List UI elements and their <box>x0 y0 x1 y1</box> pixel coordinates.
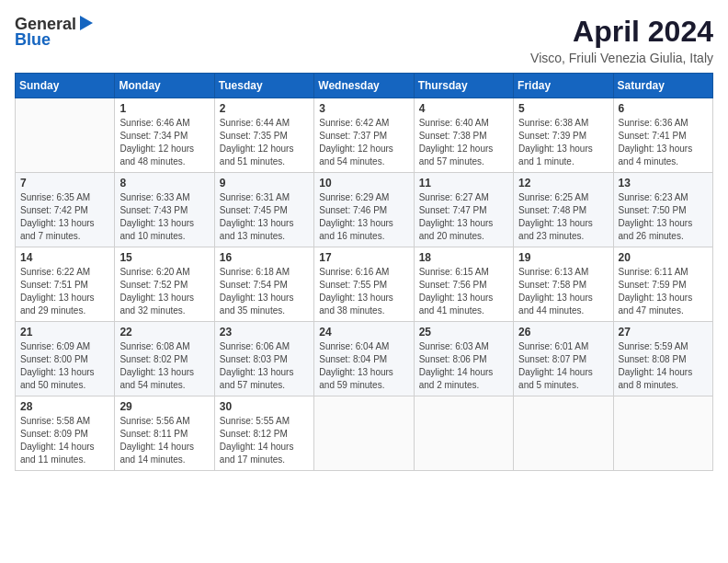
cell-date: 23 <box>220 326 309 339</box>
table-row: 11Sunrise: 6:27 AMSunset: 7:47 PMDayligh… <box>414 173 513 247</box>
cell-date: 30 <box>220 400 309 413</box>
table-row: 30Sunrise: 5:55 AMSunset: 8:12 PMDayligh… <box>214 396 313 471</box>
cell-date: 19 <box>518 251 608 264</box>
cell-info: Sunrise: 6:16 AMSunset: 7:55 PMDaylight:… <box>319 266 408 317</box>
col-friday: Friday <box>514 74 613 98</box>
calendar-table: Sunday Monday Tuesday Wednesday Thursday… <box>15 73 713 471</box>
calendar-week-row: 28Sunrise: 5:58 AMSunset: 8:09 PMDayligh… <box>16 396 713 471</box>
cell-date: 21 <box>20 326 109 339</box>
table-row: 20Sunrise: 6:11 AMSunset: 7:59 PMDayligh… <box>613 247 712 322</box>
table-row <box>514 396 613 471</box>
cell-info: Sunrise: 6:18 AMSunset: 7:54 PMDaylight:… <box>220 266 309 317</box>
page-container: General Blue April 2024 Visco, Friuli Ve… <box>15 15 713 471</box>
cell-info: Sunrise: 6:25 AMSunset: 7:48 PMDaylight:… <box>518 191 608 243</box>
cell-date: 28 <box>20 400 109 413</box>
cell-date: 1 <box>119 102 209 115</box>
cell-info: Sunrise: 6:03 AMSunset: 8:06 PMDaylight:… <box>419 340 508 392</box>
cell-info: Sunrise: 6:44 AMSunset: 7:35 PMDaylight:… <box>220 117 309 168</box>
table-row: 17Sunrise: 6:16 AMSunset: 7:55 PMDayligh… <box>314 247 414 322</box>
cell-info: Sunrise: 6:33 AMSunset: 7:43 PMDaylight:… <box>119 191 209 243</box>
cell-info: Sunrise: 6:20 AMSunset: 7:52 PMDaylight:… <box>119 266 209 317</box>
cell-date: 18 <box>419 251 508 264</box>
table-row: 19Sunrise: 6:13 AMSunset: 7:58 PMDayligh… <box>514 247 613 322</box>
cell-info: Sunrise: 6:40 AMSunset: 7:38 PMDaylight:… <box>419 117 508 168</box>
cell-info: Sunrise: 6:42 AMSunset: 7:37 PMDaylight:… <box>319 117 408 168</box>
table-row: 6Sunrise: 6:36 AMSunset: 7:41 PMDaylight… <box>613 98 712 173</box>
table-row: 22Sunrise: 6:08 AMSunset: 8:02 PMDayligh… <box>115 322 214 396</box>
table-row: 27Sunrise: 5:59 AMSunset: 8:08 PMDayligh… <box>613 322 712 396</box>
cell-date: 13 <box>619 177 708 190</box>
table-row <box>314 396 414 471</box>
col-sunday: Sunday <box>16 74 115 98</box>
table-row: 14Sunrise: 6:22 AMSunset: 7:51 PMDayligh… <box>16 247 115 322</box>
cell-date: 27 <box>619 326 708 339</box>
cell-date: 6 <box>619 102 708 115</box>
cell-info: Sunrise: 5:56 AMSunset: 8:11 PMDaylight:… <box>119 415 209 466</box>
cell-info: Sunrise: 6:22 AMSunset: 7:51 PMDaylight:… <box>20 266 109 317</box>
calendar-header-row: Sunday Monday Tuesday Wednesday Thursday… <box>16 74 713 98</box>
table-row <box>613 396 712 471</box>
cell-date: 11 <box>419 177 508 190</box>
table-row: 21Sunrise: 6:09 AMSunset: 8:00 PMDayligh… <box>16 322 115 396</box>
cell-info: Sunrise: 6:31 AMSunset: 7:45 PMDaylight:… <box>220 191 309 243</box>
cell-date: 12 <box>518 177 608 190</box>
table-row: 18Sunrise: 6:15 AMSunset: 7:56 PMDayligh… <box>414 247 513 322</box>
cell-date: 17 <box>319 251 408 264</box>
page-subtitle: Visco, Friuli Venezia Giulia, Italy <box>530 51 713 65</box>
table-row: 4Sunrise: 6:40 AMSunset: 7:38 PMDaylight… <box>414 98 513 173</box>
table-row: 25Sunrise: 6:03 AMSunset: 8:06 PMDayligh… <box>414 322 513 396</box>
cell-date: 29 <box>119 400 209 413</box>
cell-date: 10 <box>319 177 408 190</box>
cell-date: 2 <box>220 102 309 115</box>
table-row <box>414 396 513 471</box>
cell-date: 4 <box>419 102 508 115</box>
table-row: 3Sunrise: 6:42 AMSunset: 7:37 PMDaylight… <box>314 98 414 173</box>
cell-date: 8 <box>119 177 209 190</box>
cell-date: 9 <box>220 177 309 190</box>
cell-date: 24 <box>319 326 408 339</box>
col-thursday: Thursday <box>414 74 513 98</box>
table-row: 1Sunrise: 6:46 AMSunset: 7:34 PMDaylight… <box>115 98 214 173</box>
logo-arrow-icon <box>78 16 95 34</box>
table-row <box>16 98 115 173</box>
cell-info: Sunrise: 6:23 AMSunset: 7:50 PMDaylight:… <box>619 191 708 243</box>
cell-info: Sunrise: 6:46 AMSunset: 7:34 PMDaylight:… <box>119 117 209 168</box>
cell-date: 25 <box>419 326 508 339</box>
cell-info: Sunrise: 6:11 AMSunset: 7:59 PMDaylight:… <box>619 266 708 317</box>
logo: General Blue <box>15 15 95 50</box>
calendar-week-row: 21Sunrise: 6:09 AMSunset: 8:00 PMDayligh… <box>16 322 713 396</box>
cell-info: Sunrise: 6:06 AMSunset: 8:03 PMDaylight:… <box>220 340 309 392</box>
col-tuesday: Tuesday <box>214 74 313 98</box>
table-row: 2Sunrise: 6:44 AMSunset: 7:35 PMDaylight… <box>214 98 313 173</box>
table-row: 8Sunrise: 6:33 AMSunset: 7:43 PMDaylight… <box>115 173 214 247</box>
cell-date: 22 <box>119 326 209 339</box>
cell-date: 26 <box>518 326 608 339</box>
cell-date: 14 <box>20 251 109 264</box>
calendar-week-row: 7Sunrise: 6:35 AMSunset: 7:42 PMDaylight… <box>16 173 713 247</box>
header: General Blue April 2024 Visco, Friuli Ve… <box>15 15 713 65</box>
cell-date: 15 <box>119 251 209 264</box>
cell-date: 5 <box>518 102 608 115</box>
table-row: 5Sunrise: 6:38 AMSunset: 7:39 PMDaylight… <box>514 98 613 173</box>
col-wednesday: Wednesday <box>314 74 414 98</box>
svg-marker-0 <box>80 16 93 30</box>
table-row: 13Sunrise: 6:23 AMSunset: 7:50 PMDayligh… <box>613 173 712 247</box>
cell-info: Sunrise: 6:04 AMSunset: 8:04 PMDaylight:… <box>319 340 408 392</box>
cell-info: Sunrise: 6:15 AMSunset: 7:56 PMDaylight:… <box>419 266 508 317</box>
page-title: April 2024 <box>530 15 713 49</box>
col-saturday: Saturday <box>613 74 712 98</box>
table-row: 15Sunrise: 6:20 AMSunset: 7:52 PMDayligh… <box>115 247 214 322</box>
cell-date: 16 <box>220 251 309 264</box>
table-row: 24Sunrise: 6:04 AMSunset: 8:04 PMDayligh… <box>314 322 414 396</box>
title-area: April 2024 Visco, Friuli Venezia Giulia,… <box>530 15 713 65</box>
cell-date: 20 <box>619 251 708 264</box>
table-row: 23Sunrise: 6:06 AMSunset: 8:03 PMDayligh… <box>214 322 313 396</box>
cell-info: Sunrise: 5:59 AMSunset: 8:08 PMDaylight:… <box>619 340 708 392</box>
table-row: 16Sunrise: 6:18 AMSunset: 7:54 PMDayligh… <box>214 247 313 322</box>
table-row: 12Sunrise: 6:25 AMSunset: 7:48 PMDayligh… <box>514 173 613 247</box>
arrow-icon <box>78 16 95 30</box>
table-row: 29Sunrise: 5:56 AMSunset: 8:11 PMDayligh… <box>115 396 214 471</box>
cell-date: 3 <box>319 102 408 115</box>
logo-blue-text: Blue <box>15 30 51 50</box>
cell-info: Sunrise: 6:01 AMSunset: 8:07 PMDaylight:… <box>518 340 608 392</box>
